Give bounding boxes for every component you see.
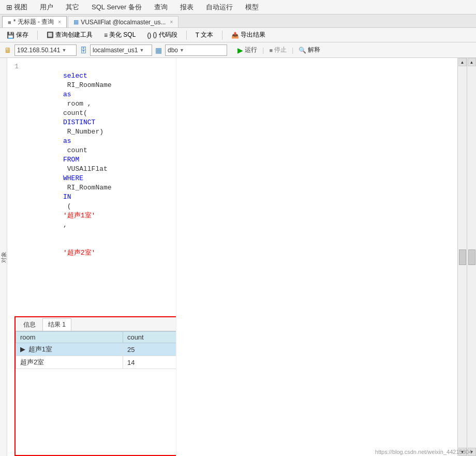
keyword-select: select — [63, 72, 87, 80]
tab-close-query1[interactable]: × — [58, 19, 61, 25]
keyword-where: WHERE — [63, 174, 83, 182]
model-label: 模型 — [245, 3, 259, 12]
sql-content-1[interactable]: select RI_RoomName as room , count( DIST… — [23, 62, 176, 239]
export-icon: 📤 — [231, 32, 239, 39]
string-room2: '超声2室' — [63, 249, 95, 257]
view-label: 视图 — [14, 3, 27, 12]
table-row[interactable]: 超声2室 14 — [16, 356, 189, 369]
code-icon: () — [147, 32, 151, 39]
keyword-distinct: DISTINCT — [63, 119, 95, 126]
query-builder-label: 查询创建工具 — [55, 31, 93, 39]
scrollbar-thumb[interactable] — [468, 249, 475, 265]
col-header-room[interactable]: room — [16, 332, 123, 343]
explain-icon: 🔍 — [299, 47, 306, 54]
tab-close-table1[interactable]: × — [170, 19, 173, 25]
result-panel: 信息 结果 1 room count — [14, 316, 190, 456]
table-row[interactable]: ▶ 超声1室 25 — [16, 343, 189, 356]
run-label: 运行 — [245, 46, 257, 54]
keyword-as2: as — [63, 137, 71, 145]
tab-info[interactable]: 信息 — [18, 318, 41, 331]
sql-content-2[interactable]: '超声2室' , '超声22室' ) and R_Delete_Flag=0 a… — [23, 239, 176, 261]
code-snippet-label: () 代码段 — [153, 31, 177, 39]
result-scrollbar[interactable]: ▲ ▼ — [457, 58, 467, 456]
toolbar-query[interactable]: 查询 — [152, 2, 170, 13]
divider3 — [222, 31, 222, 40]
db-value: dbo — [168, 47, 178, 54]
row-arrow-icon: ▶ — [20, 345, 25, 353]
result-table: room count ▶ 超声1室 25 — [16, 331, 189, 369]
keyword-as1: as — [63, 91, 71, 98]
result-table-area[interactable]: room count ▶ 超声1室 25 — [16, 331, 189, 455]
explain-label: 解释 — [308, 46, 320, 54]
query-builder-button[interactable]: 🔲 查询创建工具 — [44, 30, 95, 40]
tab-table1-label: VUSAllFlat @localmaster_us... — [81, 19, 166, 26]
text-button[interactable]: T 文本 — [193, 30, 216, 40]
second-toolbar: 💾 保存 🔲 查询创建工具 ≡ 美化 SQL () () 代码段 T 文本 📤 … — [0, 28, 476, 42]
user-arrow-icon: ▼ — [139, 48, 144, 53]
explain-button[interactable]: 🔍 解释 — [299, 46, 320, 54]
sql-line-1: 1 select RI_RoomName as room , count( DI… — [7, 62, 176, 239]
tab-query1-label: * 无标题 - 查询 — [13, 18, 54, 26]
query-builder-icon: 🔲 — [47, 32, 54, 38]
divider2 — [186, 31, 187, 40]
stop-label: 停止 — [274, 46, 287, 54]
save-icon: 💾 — [7, 32, 14, 39]
tab-bar: ■ * 无标题 - 查询 × ▦ VUSAllFlat @localmaster… — [0, 14, 476, 28]
result-tabs: 信息 结果 1 — [16, 317, 189, 331]
result-scrollbar-thumb[interactable] — [459, 249, 466, 265]
tab-query1[interactable]: ■ * 无标题 - 查询 × — [2, 16, 67, 27]
tab-table1[interactable]: ▦ VUSAllFlat @localmaster_us... × — [68, 16, 178, 27]
query-label: 查询 — [154, 3, 168, 12]
user-value: localmaster_us1 — [93, 47, 138, 54]
toolbar-view[interactable]: ⊞ 视图 — [4, 2, 29, 13]
tab-result1[interactable]: 结果 1 — [42, 318, 71, 331]
beautify-label: 美化 SQL — [109, 31, 136, 39]
result-scrollbar-up[interactable]: ▲ — [458, 58, 467, 66]
toolbar-backup[interactable]: SQL Server 备份 — [90, 2, 144, 13]
server-icon: 🖥 — [4, 46, 11, 54]
db-select[interactable]: dbo ▼ — [165, 45, 227, 56]
sql-editor[interactable]: 1 select RI_RoomName as room , count( DI… — [7, 58, 176, 261]
divider1 — [37, 31, 38, 40]
left-sidebar: 对象 — [0, 58, 7, 456]
db-icon: 🗄 — [80, 46, 87, 54]
report-label: 报表 — [180, 3, 194, 12]
right-scrollbar[interactable]: ▲ ▼ — [467, 58, 476, 456]
toolbar-report[interactable]: 报表 — [178, 2, 196, 13]
text-label: 文本 — [201, 31, 213, 39]
beautify-button[interactable]: ≡ 美化 SQL — [101, 30, 138, 40]
export-label: 导出结果 — [241, 31, 265, 39]
line-number-1: 1 — [7, 62, 23, 71]
keyword-from: FROM — [63, 156, 79, 164]
stop-button[interactable]: ■ 停止 — [269, 46, 287, 54]
auto-label: 自动运行 — [206, 3, 233, 12]
top-toolbar: ⊞ 视图 用户 其它 SQL Server 备份 查询 报表 自动运行 模型 — [0, 0, 476, 14]
run-icon: ▶ — [237, 46, 243, 54]
export-button[interactable]: 📤 导出结果 — [229, 30, 268, 40]
toolbar-user[interactable]: 用户 — [38, 2, 55, 13]
connection-bar: 🖥 192.168.50.141 ▼ 🗄 localmaster_us1 ▼ ▦… — [0, 42, 476, 58]
save-button[interactable]: 💾 保存 — [4, 30, 31, 40]
scrollbar-up-button[interactable]: ▲ — [468, 58, 476, 66]
run-button[interactable]: ▶ 运行 — [237, 46, 257, 54]
other-label: 其它 — [66, 3, 79, 12]
save-label: 保存 — [16, 31, 28, 39]
keyword-in: IN — [63, 193, 71, 201]
cell-room-1: ▶ 超声1室 — [16, 343, 123, 356]
left-sidebar-label: 对象 — [0, 252, 7, 263]
server-value: 192.168.50.141 — [17, 47, 60, 54]
sql-line-2: '超声2室' , '超声22室' ) and R_Delete_Flag=0 a… — [7, 239, 176, 261]
code-snippet-button[interactable]: () () 代码段 — [144, 30, 180, 40]
toolbar-model[interactable]: 模型 — [243, 2, 261, 13]
toolbar-auto[interactable]: 自动运行 — [204, 2, 235, 13]
user-select[interactable]: localmaster_us1 ▼ — [90, 45, 152, 56]
tab-info-label: 信息 — [23, 321, 36, 328]
no-data-area: 没有 — [176, 58, 476, 75]
toolbar-other[interactable]: 其它 — [64, 2, 81, 13]
cell-room-2: 超声2室 — [16, 356, 123, 369]
view-icon: ⊞ — [6, 3, 12, 11]
server-select[interactable]: 192.168.50.141 ▼ — [14, 45, 77, 56]
user-label: 用户 — [40, 3, 53, 12]
server-arrow-icon: ▼ — [62, 48, 66, 53]
string-room1: '超声1室' — [63, 212, 95, 219]
